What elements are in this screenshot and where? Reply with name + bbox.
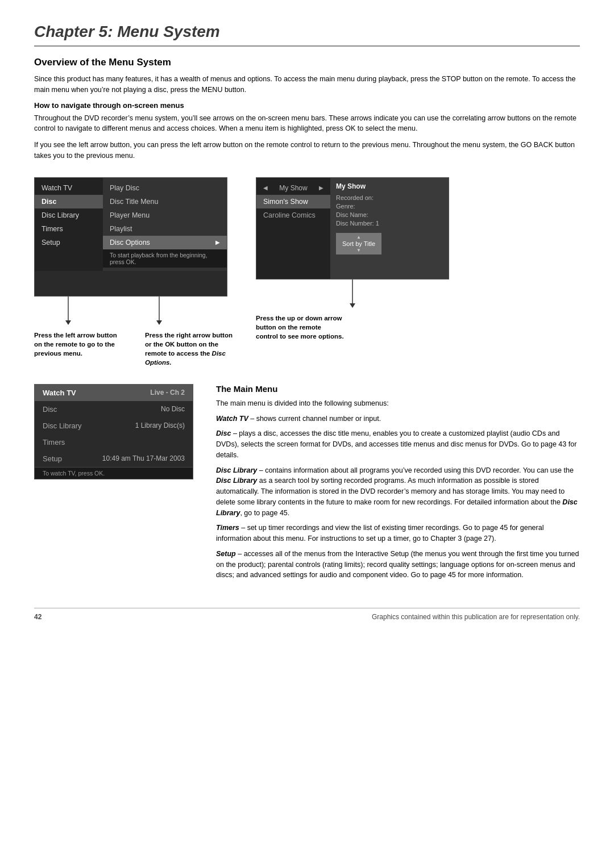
arrow-left-icon: ◀ xyxy=(263,185,268,191)
arrow-right-icon: ▶ xyxy=(319,185,323,191)
footer-page-number: 42 xyxy=(34,613,42,621)
main-menu-label-disclibrary: Disc Library xyxy=(43,422,82,430)
diagram1-arrows-svg xyxy=(34,297,227,331)
menu-item-disc: Disc xyxy=(35,195,103,208)
menu-right-playlist: Playlist xyxy=(103,222,227,236)
show-right-panel: My Show Recorded on: Genre: Disc Name: D… xyxy=(330,178,449,279)
intro-para1: Since this product has many features, it… xyxy=(34,74,580,95)
main-menu-desc-setup: Setup – accesses all of the menus from t… xyxy=(216,549,580,581)
main-menu-label-watchtv: Watch TV xyxy=(43,389,76,397)
diagram-show-list: ◀ My Show ▶ Simon's Show Caroline Comics… xyxy=(256,177,449,341)
menu-right-discoptions: Disc Options xyxy=(103,236,227,249)
main-menu-desc-timers: Timers – set up timer recordings and vie… xyxy=(216,523,580,544)
footer-notice: Graphics contained within this publicati… xyxy=(372,613,580,621)
main-menu-status-bar: To watch TV, press OK. xyxy=(35,467,193,479)
main-menu-description: The Main Menu The main menu is divided i… xyxy=(216,384,580,585)
diagram-disc-menu: Watch TV Disc Disc Library Timers Setup … xyxy=(34,177,233,373)
caption-updown-bold: Press the up or down arrow button on the… xyxy=(256,315,344,340)
menu-item-watchtv: Watch TV xyxy=(35,181,103,195)
show-right-title: My Show xyxy=(336,182,443,190)
disclibrary-term: Disc Library xyxy=(216,466,257,474)
menu-right-disctitlemenu: Disc Title Menu xyxy=(103,195,227,208)
main-menu-desc-watchtv: Watch TV – shows current channel number … xyxy=(216,414,580,424)
main-menu-item-disclibrary: Disc Library 1 Library Disc(s) xyxy=(35,418,193,434)
main-menu-item-disc: Disc No Disc xyxy=(35,401,193,418)
main-menu-intro: The main menu is divided into the follow… xyxy=(216,398,580,409)
show-item-simons: Simon's Show xyxy=(256,195,330,208)
caption-updown-arrow: Press the up or down arrow button on the… xyxy=(256,314,344,341)
diagrams-row-top: Watch TV Disc Disc Library Timers Setup … xyxy=(34,177,580,373)
subsection-navigate-title: How to navigate through on-screen menus xyxy=(34,101,580,110)
menu-right-playdisc: Play Disc xyxy=(103,181,227,195)
page-footer: 42 Graphics contained within this public… xyxy=(34,608,580,621)
disc-menu-mock: Watch TV Disc Disc Library Timers Setup … xyxy=(34,177,227,297)
main-menu-label-disc: Disc xyxy=(43,405,57,414)
main-menu-section: Watch TV Live - Ch 2 Disc No Disc Disc L… xyxy=(34,384,580,585)
menu-left-panel: Watch TV Disc Disc Library Timers Setup xyxy=(35,178,103,271)
menu-right-panel: Play Disc Disc Title Menu Player Menu Pl… xyxy=(103,178,227,271)
main-menu-desc-disclibrary: Disc Library – contains information abou… xyxy=(216,465,580,519)
setup-term: Setup xyxy=(216,550,236,558)
main-menu-value-watchtv: Live - Ch 2 xyxy=(150,389,185,397)
navigate-para1: Throughout the DVD recorder’s menu syste… xyxy=(34,113,580,135)
caption-middle-bold: Press the right arrow button or the OK b… xyxy=(145,332,233,366)
main-menu-section-title: The Main Menu xyxy=(216,384,580,394)
menu-right-playermenu: Player Menu xyxy=(103,208,227,222)
navigate-para2: If you see the left arrow button, you ca… xyxy=(34,140,580,161)
svg-marker-1 xyxy=(65,320,71,325)
show-detail-discnumber: Disc Number: 1 xyxy=(336,220,443,227)
show-left-panel: ◀ My Show ▶ Simon's Show Caroline Comics xyxy=(256,178,330,279)
diagram2-arrows-svg xyxy=(256,279,449,314)
show-detail-genre: Genre: xyxy=(336,203,443,210)
main-menu-label-timers: Timers xyxy=(43,438,65,446)
menu-item-disclibrary: Disc Library xyxy=(35,208,103,222)
main-menu-mock: Watch TV Live - Ch 2 Disc No Disc Disc L… xyxy=(34,384,193,479)
caption-left-bold: Press the left arrow button on the remot… xyxy=(34,332,117,357)
diagram1-captions: Press the left arrow button on the remot… xyxy=(34,331,233,367)
chapter-title: Chapter 5: Menu System xyxy=(34,23,580,47)
disc-menu-status: To start playback from the beginning, pr… xyxy=(103,249,227,268)
caption-left-arrow: Press the left arrow button on the remot… xyxy=(34,331,122,367)
main-menu-desc-disc: Disc – plays a disc, accesses the disc t… xyxy=(216,428,580,460)
show-detail-discname: Disc Name: xyxy=(336,211,443,218)
watchtv-term: Watch TV xyxy=(216,415,248,423)
main-menu-item-setup: Setup 10:49 am Thu 17-Mar 2003 xyxy=(35,450,193,467)
timers-term: Timers xyxy=(216,524,239,532)
main-menu-label-setup: Setup xyxy=(43,454,62,463)
main-menu-value-disclibrary: 1 Library Disc(s) xyxy=(135,422,185,429)
main-menu-item-watchtv: Watch TV Live - Ch 2 xyxy=(35,385,193,401)
sort-by-title-button[interactable]: Sort by Title xyxy=(336,233,381,254)
main-menu-diagram: Watch TV Live - Ch 2 Disc No Disc Disc L… xyxy=(34,384,193,479)
disc-term: Disc xyxy=(216,429,231,437)
main-menu-item-timers: Timers xyxy=(35,434,193,450)
show-item-caroline: Caroline Comics xyxy=(256,208,330,222)
show-header: ◀ My Show ▶ xyxy=(256,181,330,195)
menu-item-setup: Setup xyxy=(35,236,103,249)
svg-marker-3 xyxy=(156,320,162,325)
show-header-label: My Show xyxy=(279,184,307,192)
main-menu-value-disc: No Disc xyxy=(161,405,185,413)
svg-marker-5 xyxy=(350,303,355,308)
menu-item-timers: Timers xyxy=(35,222,103,236)
section-title: Overview of the Menu System xyxy=(34,57,580,68)
show-menu-mock: ◀ My Show ▶ Simon's Show Caroline Comics… xyxy=(256,177,449,279)
caption-middle-arrow: Press the right arrow button or the OK b… xyxy=(145,331,233,367)
show-detail-recorded: Recorded on: xyxy=(336,194,443,201)
main-menu-value-setup: 10:49 am Thu 17-Mar 2003 xyxy=(102,454,185,462)
